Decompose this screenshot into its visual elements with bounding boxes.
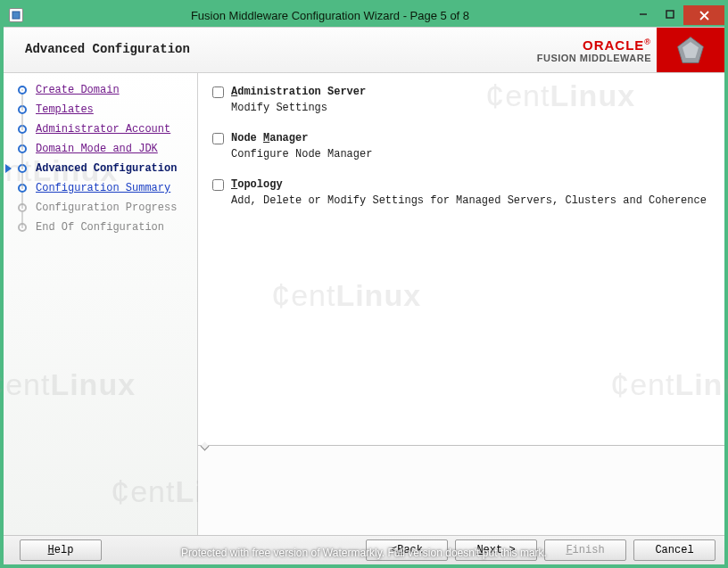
step-dot-icon (18, 164, 27, 173)
step-label: Create Domain (36, 84, 120, 96)
option-admin-server: Administration ServerModify Settings (212, 86, 710, 114)
maximize-button[interactable] (657, 5, 683, 23)
step-label: Configuration Summary (36, 182, 170, 194)
option-admin-server-checkbox[interactable] (212, 86, 224, 98)
option-node-manager-title: Node Manager (231, 132, 308, 144)
window-frame: Fusion Middleware Configuration Wizard -… (0, 0, 728, 568)
page-header: Advanced Configuration ORACLE® FUSION MI… (4, 28, 724, 73)
option-topology-title: Topology (231, 178, 283, 191)
next-button[interactable]: Next > (455, 539, 537, 561)
step-label: End Of Configuration (36, 221, 164, 234)
help-button[interactable]: Help (20, 539, 102, 561)
option-topology-desc: Add, Delete or Modify Settings for Manag… (231, 194, 710, 207)
step-dot-icon (18, 125, 27, 134)
wizard-step-templates[interactable]: Templates (16, 100, 192, 119)
option-topology: TopologyAdd, Delete or Modify Settings f… (212, 178, 710, 207)
window-title: Fusion Middleware Configuration Wizard -… (30, 9, 630, 22)
minimize-button[interactable] (630, 5, 657, 23)
option-admin-server-title: Administration Server (231, 86, 366, 98)
wizard-step-create-domain[interactable]: Create Domain (16, 80, 192, 100)
current-step-arrow-icon (5, 164, 12, 173)
wizard-step-administrator-account[interactable]: Administrator Account (16, 119, 192, 139)
page-title: Advanced Configuration (4, 28, 510, 72)
svg-rect-2 (666, 11, 674, 18)
client-area: ¢entLinux ¢entLinux ¢entLinux ¢entLinux … (4, 27, 724, 564)
titlebar: Fusion Middleware Configuration Wizard -… (4, 4, 724, 27)
brand-block: ORACLE® FUSION MIDDLEWARE (510, 28, 724, 72)
main-panel: Administration ServerModify SettingsNode… (198, 73, 724, 535)
body: Create DomainTemplatesAdministrator Acco… (4, 73, 724, 535)
brand-pentagon-icon (657, 28, 724, 72)
back-button[interactable]: < Back (366, 539, 448, 561)
step-dot-icon (18, 105, 27, 114)
wizard-step-domain-mode-and-jdk[interactable]: Domain Mode and JDK (16, 139, 192, 159)
step-dot-icon (18, 223, 27, 232)
svg-rect-0 (12, 12, 20, 19)
wizard-step-advanced-configuration: Advanced Configuration (16, 159, 192, 178)
oracle-logo-text: ORACLE® (537, 37, 651, 53)
message-panel (198, 445, 724, 535)
step-dot-icon (18, 203, 27, 212)
option-node-manager-desc: Configure Node Manager (231, 148, 710, 161)
step-label: Advanced Configuration (36, 162, 177, 175)
wizard-steps-sidebar: Create DomainTemplatesAdministrator Acco… (4, 73, 198, 535)
step-label: Templates (36, 103, 94, 116)
finish-button[interactable]: Finish (544, 539, 626, 561)
app-icon (9, 8, 23, 22)
step-label: Administrator Account (36, 123, 170, 136)
option-node-manager-checkbox[interactable] (212, 133, 224, 144)
oracle-subtitle: FUSION MIDDLEWARE (537, 53, 651, 63)
option-admin-server-desc: Modify Settings (231, 102, 710, 114)
wizard-step-configuration-progress: Configuration Progress (16, 198, 192, 218)
option-node-manager: Node ManagerConfigure Node Manager (212, 132, 710, 161)
step-dot-icon (18, 144, 27, 153)
step-dot-icon (18, 184, 27, 193)
wizard-step-end-of-configuration: End Of Configuration (16, 218, 192, 237)
window-controls (630, 5, 724, 25)
cancel-button[interactable]: Cancel (633, 539, 716, 561)
step-label: Domain Mode and JDK (36, 143, 158, 155)
step-label: Configuration Progress (36, 202, 177, 214)
step-dot-icon (18, 86, 27, 95)
footer-bar: Help < Back Next > Finish Cancel (4, 535, 724, 564)
option-topology-checkbox[interactable] (212, 179, 224, 191)
close-button[interactable] (683, 5, 724, 25)
wizard-step-configuration-summary[interactable]: Configuration Summary (16, 178, 192, 198)
content-area: Administration ServerModify SettingsNode… (198, 73, 724, 445)
